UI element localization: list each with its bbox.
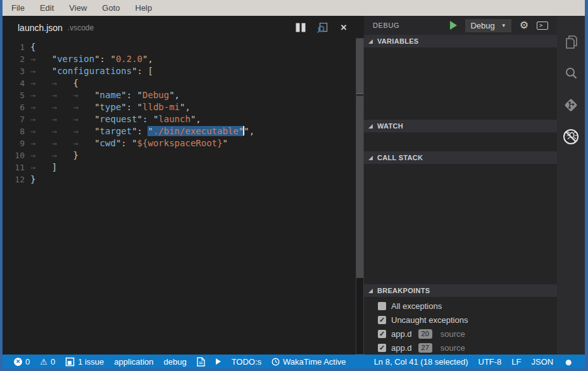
code-line[interactable]: 11→ ] (3, 161, 356, 173)
checkbox-checked[interactable]: ✓ (378, 330, 386, 338)
menu-edit[interactable]: Edit (37, 3, 61, 13)
encoding-indicator[interactable]: UTF-8 (473, 355, 507, 368)
section-header-call-stack[interactable]: CALL STACK (364, 151, 557, 164)
line-number[interactable]: 1 (3, 41, 30, 53)
line-number[interactable]: 9 (3, 137, 30, 149)
watch-body (364, 132, 557, 151)
editor-tab-bar: launch.json .vscode (3, 16, 356, 39)
line-number[interactable]: 4 (3, 77, 30, 89)
window-border-left (0, 0, 3, 371)
error-count[interactable]: ✕ 0 (9, 355, 35, 368)
section-label: VARIABLES (377, 37, 418, 45)
issues-icon (65, 357, 75, 367)
scrollbar-thumb-bottom[interactable] (356, 96, 363, 278)
code-editor[interactable]: 1{2→ "version": "0.2.0",3→ "configuratio… (3, 39, 356, 355)
debug-panel-title: DEBUG (373, 22, 399, 29)
code-line[interactable]: 1{ (3, 41, 356, 53)
cursor-position[interactable]: Ln 8, Col 41 (18 selected) (369, 355, 473, 368)
scrollbar-thumb-top[interactable] (356, 39, 363, 94)
code-line[interactable]: 5→ → → "name": "Debug", (3, 89, 356, 101)
line-number[interactable]: 10 (3, 149, 30, 161)
task-debug[interactable]: debug (158, 355, 191, 368)
scrollbar-track[interactable] (356, 38, 364, 355)
todo-indicator[interactable]: TODO:s (227, 355, 266, 368)
file-icon[interactable] (192, 355, 210, 368)
line-number[interactable]: 3 (3, 65, 30, 77)
activity-bar (557, 16, 585, 355)
error-icon: ✕ (14, 358, 22, 366)
variables-body (364, 47, 557, 120)
breakpoint-label: app.d (391, 343, 412, 353)
scrollbar-column (356, 16, 364, 355)
debug-console-icon[interactable]: > (537, 22, 548, 30)
checkbox-checked[interactable]: ✓ (378, 344, 386, 352)
preview-icon[interactable] (316, 23, 328, 33)
twistie-icon (368, 156, 373, 160)
menu-help[interactable]: Help (133, 3, 160, 13)
git-icon[interactable] (557, 89, 585, 121)
twistie-icon (368, 289, 373, 293)
breakpoint-source: source (441, 343, 465, 353)
tab-filename[interactable]: launch.json (18, 23, 63, 33)
line-number[interactable]: 12 (3, 173, 30, 186)
section-header-variables[interactable]: VARIABLES (364, 35, 557, 47)
code-line[interactable]: 7→ → → "request": "launch", (3, 113, 356, 125)
tab-folder-hint: .vscode (68, 23, 94, 32)
line-number[interactable]: 7 (3, 113, 30, 125)
section-header-breakpoints[interactable]: BREAKPOINTS (364, 284, 557, 297)
line-number[interactable]: 2 (3, 53, 30, 65)
breakpoint-row[interactable]: All exceptions (364, 299, 557, 313)
section-label: WATCH (377, 122, 403, 130)
feedback-smiley-icon[interactable]: ☻ (558, 355, 579, 368)
code-line[interactable]: 3→ "configurations": [ (3, 65, 356, 77)
code-line[interactable]: 12} (3, 173, 356, 186)
checkbox-unchecked[interactable] (378, 302, 386, 310)
menu-goto[interactable]: Goto (99, 3, 127, 13)
run-task-icon[interactable] (210, 355, 227, 368)
checkbox-checked[interactable]: ✓ (378, 316, 386, 324)
breakpoint-row[interactable]: ✓app.d20source (364, 327, 557, 341)
start-debug-icon[interactable] (450, 21, 457, 30)
split-editor-icon[interactable] (295, 23, 306, 33)
gear-icon[interactable]: ⚙ (520, 20, 529, 30)
debug-config-dropdown[interactable]: Debug ▼ (465, 19, 511, 32)
task-application[interactable]: application (109, 355, 158, 368)
code-line[interactable]: 10→ → } (3, 149, 356, 161)
line-number[interactable]: 11 (3, 161, 30, 173)
breakpoint-label: All exceptions (391, 301, 442, 311)
breakpoint-source: source (441, 329, 465, 339)
section-label: BREAKPOINTS (377, 287, 430, 294)
code-line[interactable]: 4→ → { (3, 77, 356, 89)
close-icon[interactable]: ✕ (338, 23, 349, 33)
breakpoint-label: Uncaught exceptions (391, 315, 468, 325)
eol-indicator[interactable]: LF (506, 355, 526, 368)
breakpoint-label: app.d (391, 329, 412, 339)
code-line[interactable]: 6→ → → "type": "lldb-mi", (3, 101, 356, 113)
section-header-watch[interactable]: WATCH (364, 120, 557, 132)
line-number[interactable]: 6 (3, 101, 30, 113)
search-icon[interactable] (557, 58, 585, 89)
line-badge: 20 (418, 329, 432, 339)
warning-icon: ⚠ (40, 358, 47, 366)
section-label: CALL STACK (377, 154, 423, 161)
code-line[interactable]: 9→ → → "cwd": "${workspaceRoot}" (3, 137, 356, 149)
line-number[interactable]: 8 (3, 125, 30, 137)
menu-file[interactable]: File (9, 3, 32, 13)
line-number[interactable]: 5 (3, 89, 30, 101)
warning-count[interactable]: ⚠ 0 (35, 355, 60, 368)
debug-icon[interactable] (557, 121, 585, 153)
language-mode[interactable]: JSON (527, 355, 559, 368)
files-icon[interactable] (557, 26, 585, 58)
wakatime-indicator[interactable]: WakaTime Active (266, 355, 351, 368)
window-border-right (585, 0, 588, 371)
vscode-window: File Edit View Goto Help launch.json .vs… (0, 0, 588, 371)
code-line[interactable]: 8→ → → "target": "./bin/executable"", (3, 125, 356, 137)
twistie-icon (368, 39, 373, 44)
breakpoint-row[interactable]: ✓Uncaught exceptions (364, 313, 557, 327)
menu-view[interactable]: View (66, 3, 94, 13)
code-line[interactable]: 2→ "version": "0.2.0", (3, 53, 356, 65)
debug-sidebar: DEBUG Debug ▼ ⚙ > VARIABLES WATCH (364, 16, 557, 355)
issues-indicator[interactable]: 1 issue (60, 355, 109, 368)
breakpoint-row[interactable]: ✓app.d27source (364, 341, 557, 355)
debug-panel-header: DEBUG Debug ▼ ⚙ > (364, 16, 557, 35)
